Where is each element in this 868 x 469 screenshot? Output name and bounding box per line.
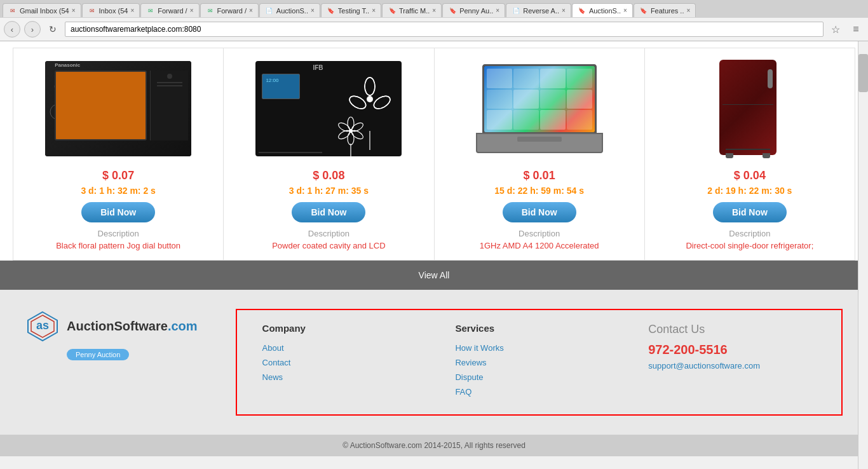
footer: as AuctionSoftware.com Penny Auction Com… bbox=[0, 290, 868, 435]
svg-point-13 bbox=[348, 132, 354, 145]
address-bar-row: ‹ › ↻ ☆ ≡ bbox=[0, 18, 868, 41]
tab-close[interactable]: × bbox=[623, 7, 627, 14]
tab-label: Reverse A.. bbox=[523, 7, 559, 15]
svg-point-6 bbox=[365, 78, 375, 95]
tab-close[interactable]: × bbox=[372, 7, 376, 14]
product-desc-text-2: Powder coated cavity and LCD bbox=[272, 241, 385, 250]
product-price-4: $ 0.04 bbox=[734, 169, 766, 182]
company-link-news[interactable]: News bbox=[262, 372, 430, 382]
svg-point-9 bbox=[367, 96, 373, 102]
logo-icon: as bbox=[25, 309, 60, 344]
bookmark-star-icon[interactable]: ☆ bbox=[827, 21, 844, 37]
tab-close[interactable]: × bbox=[72, 7, 76, 14]
product-desc-label-2: Description bbox=[308, 229, 349, 238]
bid-now-button-1[interactable]: Bid Now bbox=[81, 202, 155, 222]
tab-label: AuctionS.. bbox=[276, 7, 308, 15]
refresh-button[interactable]: ↻ bbox=[44, 21, 61, 37]
footer-contact-col: Contact Us 972-200-5516 support@auctions… bbox=[635, 323, 829, 402]
auction-favicon-active: 🔖 bbox=[578, 6, 587, 15]
tab-penny[interactable]: 🔖 Penny Au.. × bbox=[442, 3, 505, 17]
tab-testing[interactable]: 🔖 Testing T.. × bbox=[321, 3, 381, 17]
tab-features[interactable]: 🔖 Features .. × bbox=[634, 3, 696, 17]
page-content: Panasonic $ 0.07 3 d: 1 h: 32 m: 2 s Bid… bbox=[0, 41, 868, 456]
menu-icon[interactable]: ≡ bbox=[848, 21, 864, 37]
bid-now-button-3[interactable]: Bid Now bbox=[503, 202, 576, 222]
tab-close[interactable]: × bbox=[432, 7, 436, 14]
tab-close[interactable]: × bbox=[562, 7, 566, 14]
svg-point-10 bbox=[348, 117, 354, 130]
services-link-faq[interactable]: FAQ bbox=[455, 387, 623, 397]
svg-point-7 bbox=[372, 93, 392, 111]
scrollbar[interactable] bbox=[858, 41, 868, 456]
footer-columns-wrapper: Company About Contact News Services How … bbox=[236, 309, 843, 416]
product-timer-1: 3 d: 1 h: 32 m: 2 s bbox=[81, 186, 155, 196]
contact-email: support@auctionsoftware.com bbox=[648, 361, 816, 370]
product-desc-text-3: 1GHz AMD A4 1200 Accelerated bbox=[480, 241, 599, 250]
view-all-bar[interactable]: View All bbox=[0, 261, 868, 290]
tab-traffic[interactable]: 🔖 Traffic M.. × bbox=[382, 3, 442, 17]
product-price-2: $ 0.08 bbox=[313, 169, 344, 182]
services-link-reviews[interactable]: Reviews bbox=[455, 358, 623, 367]
tab-close[interactable]: × bbox=[249, 7, 253, 14]
product-card-2: 12:00 IFB $ 0.08 3 d: 1 h: 27 m: 35 s Bi… bbox=[224, 48, 434, 261]
product-timer-3: 15 d: 22 h: 59 m: 54 s bbox=[494, 186, 584, 196]
tab-label: Gmail Inbox (54 bbox=[20, 7, 69, 15]
auction-favicon1: 📄 bbox=[265, 6, 274, 15]
reverse-favicon: 📄 bbox=[512, 6, 520, 15]
services-header: Services bbox=[455, 323, 623, 334]
logo-container: as AuctionSoftware.com bbox=[25, 309, 198, 344]
product-timer-4: 2 d: 19 h: 22 m: 30 s bbox=[707, 186, 792, 196]
tab-label: Inbox (54 bbox=[99, 7, 128, 15]
scrollbar-thumb[interactable] bbox=[858, 54, 868, 92]
footer-bottom: © AuctionSoftware.com 2014-2015, All rig… bbox=[0, 435, 868, 456]
footer-services-col: Services How it Works Reviews Dispute FA… bbox=[442, 323, 635, 402]
bid-now-button-2[interactable]: Bid Now bbox=[292, 202, 365, 222]
contact-us-label: Contact Us bbox=[648, 323, 816, 336]
view-all-link[interactable]: View All bbox=[419, 270, 450, 280]
tab-label: AuctionS.. bbox=[589, 7, 621, 15]
services-link-how-it-works[interactable]: How it Works bbox=[455, 343, 623, 353]
tab-close[interactable]: × bbox=[190, 7, 194, 14]
tab-close[interactable]: × bbox=[496, 7, 499, 14]
forward-favicon1: ✉ bbox=[146, 6, 155, 15]
tab-forward1[interactable]: ✉ Forward / × bbox=[140, 3, 199, 17]
tab-close[interactable]: × bbox=[311, 7, 315, 14]
footer-company-col: Company About Contact News bbox=[250, 323, 443, 402]
services-link-dispute[interactable]: Dispute bbox=[455, 372, 623, 382]
product-image-4 bbox=[674, 58, 826, 160]
company-link-about[interactable]: About bbox=[262, 343, 430, 353]
back-button[interactable]: ‹ bbox=[4, 21, 20, 37]
tab-label: Traffic M.. bbox=[399, 7, 430, 15]
product-price-1: $ 0.07 bbox=[102, 169, 134, 182]
tab-reverse[interactable]: 📄 Reverse A.. × bbox=[506, 3, 571, 17]
tab-bar: ✉ Gmail Inbox (54 × ✉ Inbox (54 × ✉ Forw… bbox=[0, 0, 868, 18]
bid-now-button-4[interactable]: Bid Now bbox=[713, 202, 787, 222]
tab-inbox[interactable]: ✉ Inbox (54 × bbox=[82, 3, 140, 17]
product-card-1: Panasonic $ 0.07 3 d: 1 h: 32 m: 2 s Bid… bbox=[13, 48, 224, 261]
svg-point-16 bbox=[349, 129, 353, 133]
tab-auction-active[interactable]: 🔖 AuctionS.. × bbox=[572, 3, 633, 17]
company-link-contact[interactable]: Contact bbox=[262, 358, 430, 367]
tab-label: Testing T.. bbox=[338, 7, 369, 15]
tab-forward2[interactable]: ✉ Forward / × bbox=[200, 3, 259, 17]
product-desc-text-4: Direct-cool single-door refrigerator; bbox=[686, 241, 813, 250]
contact-phone: 972-200-5516 bbox=[648, 343, 816, 357]
forward-favicon2: ✉ bbox=[206, 6, 215, 15]
product-image-2: 12:00 IFB bbox=[252, 58, 405, 160]
tab-auction1[interactable]: 📄 AuctionS.. × bbox=[259, 3, 320, 17]
product-card-4: $ 0.04 2 d: 19 h: 22 m: 30 s Bid Now Des… bbox=[645, 48, 855, 261]
traffic-favicon: 🔖 bbox=[388, 6, 397, 15]
footer-logo-area: as AuctionSoftware.com Penny Auction bbox=[25, 309, 198, 360]
tab-label: Features .. bbox=[651, 7, 684, 15]
address-input[interactable] bbox=[65, 22, 824, 37]
product-image-3 bbox=[463, 58, 616, 160]
tab-close[interactable]: × bbox=[130, 7, 134, 14]
product-desc-label-1: Description bbox=[98, 229, 139, 238]
tab-gmail1[interactable]: ✉ Gmail Inbox (54 × bbox=[3, 3, 81, 17]
penny-favicon: 🔖 bbox=[448, 6, 457, 15]
forward-button[interactable]: › bbox=[24, 21, 41, 37]
product-card-3: $ 0.01 15 d: 22 h: 59 m: 54 s Bid Now De… bbox=[435, 48, 645, 261]
product-desc-label-4: Description bbox=[729, 229, 770, 238]
tab-close[interactable]: × bbox=[686, 7, 690, 14]
product-price-3: $ 0.01 bbox=[524, 169, 555, 182]
